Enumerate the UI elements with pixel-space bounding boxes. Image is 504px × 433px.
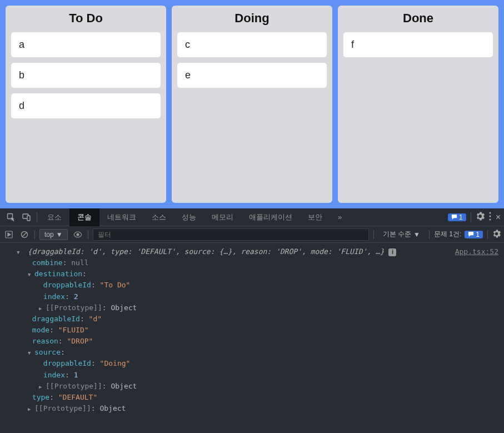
clear-console-icon[interactable] (19, 231, 30, 238)
kanban-card[interactable]: a (11, 32, 161, 57)
message-badge[interactable]: 1 (448, 213, 466, 221)
message-icon (451, 214, 457, 220)
info-icon[interactable]: i (388, 248, 396, 256)
kanban-column-done[interactable]: Done f (338, 6, 498, 203)
message-count: 1 (459, 213, 463, 221)
log-line[interactable]: reason: "DROP" (17, 336, 498, 347)
context-selector[interactable]: top ▼ (39, 229, 68, 240)
expand-arrow-icon[interactable] (28, 268, 34, 280)
expand-arrow-icon[interactable] (28, 403, 34, 414)
kanban-board: To Do a b d Doing c e Done f (0, 0, 504, 208)
expand-arrow-icon[interactable] (28, 347, 34, 358)
svg-point-8 (77, 233, 79, 236)
log-line[interactable]: droppableId: "To Do" (17, 280, 498, 291)
log-line[interactable]: droppableId: "Doing" (17, 358, 498, 369)
tab-memory[interactable]: 메모리 (204, 208, 241, 226)
eye-icon[interactable] (72, 231, 83, 238)
tab-console[interactable]: 콘솔 (69, 208, 99, 226)
expand-arrow-icon[interactable] (39, 381, 46, 392)
tab-more[interactable]: » (330, 209, 350, 225)
divider (487, 230, 488, 239)
chevron-down-icon: ▼ (413, 231, 420, 238)
expand-arrow-icon[interactable] (17, 246, 23, 257)
log-line[interactable]: index: 2 (17, 291, 498, 302)
log-line[interactable]: mode: "FLUID" (17, 325, 498, 336)
log-summary-row[interactable]: {draggableId: 'd', type: 'DEFAULT', sour… (17, 246, 498, 257)
issues-label: 문제 1건: (434, 230, 461, 239)
tab-elements[interactable]: 요소 (39, 208, 69, 226)
log-line[interactable]: index: 1 (17, 370, 498, 381)
kanban-card[interactable]: f (343, 32, 493, 57)
log-line[interactable]: [[Prototype]]: Object (17, 403, 498, 414)
log-line[interactable]: [[Prototype]]: Object (17, 381, 498, 392)
kanban-column-todo[interactable]: To Do a b d (6, 6, 166, 203)
tab-security[interactable]: 보안 (300, 208, 330, 226)
issue-badge: 1 (465, 231, 483, 238)
divider (34, 230, 35, 239)
issues-summary[interactable]: 문제 1건: 1 (434, 230, 483, 239)
log-line[interactable]: destination: (17, 268, 498, 280)
close-devtools-icon[interactable]: × (496, 212, 501, 222)
log-line[interactable]: draggableId: "d" (17, 313, 498, 325)
issue-count: 1 (476, 231, 480, 238)
message-icon (468, 231, 474, 237)
tab-application[interactable]: 애플리케이션 (241, 208, 300, 226)
log-level-label: 기본 수준 (383, 230, 411, 239)
console-toolbar: top ▼ 기본 수준 ▼ 문제 1건: 1 (0, 226, 504, 243)
device-toggle-icon[interactable] (19, 210, 34, 225)
divider (88, 230, 88, 239)
filter-input[interactable] (93, 228, 369, 241)
divider (429, 230, 430, 239)
svg-point-3 (489, 212, 491, 214)
column-title: Doing (177, 11, 327, 26)
devtools-tab-bar: 요소 콘솔 네트워크 소스 성능 메모리 애플리케이션 보안 » 1 × (0, 208, 504, 226)
kebab-menu-icon[interactable] (489, 212, 491, 222)
divider (37, 212, 37, 222)
divider (471, 212, 471, 222)
svg-rect-2 (27, 216, 30, 221)
divider (373, 230, 374, 239)
kanban-card[interactable]: c (177, 32, 327, 57)
kanban-card[interactable]: e (177, 63, 327, 88)
devtools-panel: 요소 콘솔 네트워크 소스 성능 메모리 애플리케이션 보안 » 1 × (0, 208, 504, 433)
kanban-card[interactable]: d (11, 93, 161, 118)
svg-point-5 (489, 219, 491, 221)
source-link[interactable]: App.tsx:52 (455, 246, 498, 257)
tab-network[interactable]: 네트워크 (99, 208, 144, 226)
context-label: top (44, 231, 54, 238)
expand-arrow-icon[interactable] (39, 302, 46, 313)
log-line[interactable]: combine: null (17, 257, 498, 268)
log-line[interactable]: type: "DEFAULT" (17, 392, 498, 403)
kanban-column-doing[interactable]: Doing c e (172, 6, 332, 203)
column-title: Done (343, 11, 493, 26)
log-level-selector[interactable]: 기본 수준 ▼ (378, 228, 425, 240)
console-settings-icon[interactable] (492, 230, 501, 240)
svg-point-4 (489, 216, 491, 217)
inspect-icon[interactable] (3, 210, 19, 225)
gear-icon[interactable] (476, 212, 485, 222)
log-line[interactable]: source: (17, 347, 498, 358)
tab-sources[interactable]: 소스 (144, 208, 174, 226)
tab-performance[interactable]: 성능 (174, 208, 204, 226)
console-output: App.tsx:52 {draggableId: 'd', type: 'DEF… (0, 243, 504, 425)
chevron-down-icon: ▼ (56, 231, 63, 238)
log-line[interactable]: [[Prototype]]: Object (17, 302, 498, 313)
column-title: To Do (11, 11, 161, 26)
play-icon[interactable] (3, 231, 14, 238)
log-summary: {draggableId: 'd', type: 'DEFAULT', sour… (28, 247, 385, 256)
kanban-card[interactable]: b (11, 63, 161, 88)
